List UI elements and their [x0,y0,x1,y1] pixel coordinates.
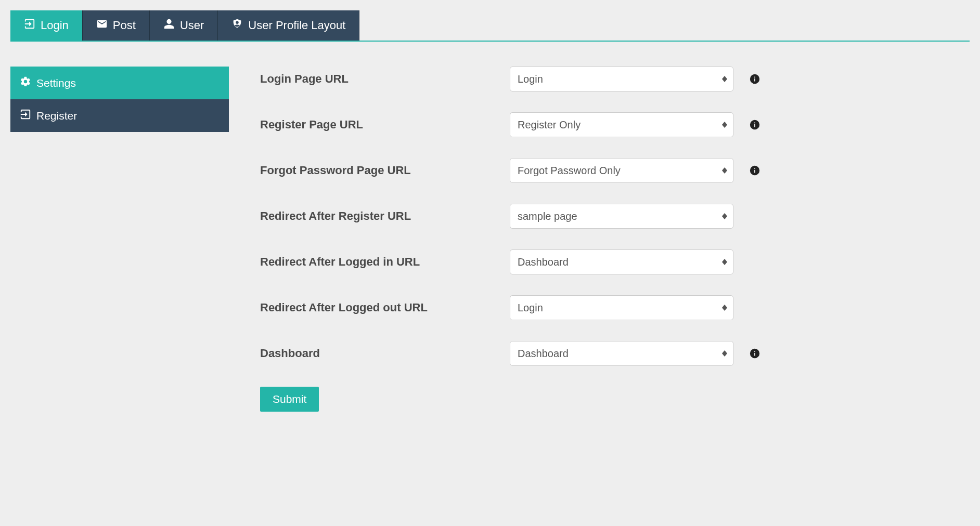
tab-label: User [180,19,204,32]
form-row-dashboard: Dashboard Dashboard [260,341,970,366]
sidebar-item-register[interactable]: Register [10,99,229,132]
tab-label: Post [113,19,136,32]
tab-label: Login [41,19,69,32]
top-tabs: Login Post User User Profile Layout [10,10,970,42]
redirect-after-logged-out-url-select[interactable]: Login [510,295,733,320]
settings-form: Login Page URL Login [260,67,970,412]
field-label: Forgot Password Page URL [260,164,510,177]
profile-layout-icon [231,18,243,33]
redirect-after-logged-in-url-select[interactable]: Dashboard [510,249,733,274]
field-label: Redirect After Logged out URL [260,301,510,314]
tab-label: User Profile Layout [248,19,345,32]
field-label: Login Page URL [260,72,510,86]
forgot-password-page-url-select[interactable]: Forgot Password Only [510,158,733,183]
envelope-icon [96,18,108,33]
field-label: Dashboard [260,347,510,360]
login-page-url-select[interactable]: Login [510,67,733,91]
redirect-after-register-url-select[interactable]: sample page [510,204,733,229]
user-icon [163,18,175,33]
submit-button[interactable]: Submit [260,387,319,412]
login-icon [24,18,35,33]
field-label: Register Page URL [260,118,510,132]
info-icon[interactable] [749,348,760,359]
sidebar-item-settings[interactable]: Settings [10,67,229,99]
form-row-redirect-after-register-url: Redirect After Register URL sample page [260,204,970,229]
field-label: Redirect After Logged in URL [260,255,510,269]
info-icon[interactable] [749,73,760,85]
field-label: Redirect After Register URL [260,209,510,223]
gears-icon [20,76,31,90]
tab-post[interactable]: Post [83,10,150,41]
tab-login[interactable]: Login [10,10,83,41]
form-row-forgot-password-page-url: Forgot Password Page URL Forgot Password… [260,158,970,183]
form-row-redirect-after-logged-out-url: Redirect After Logged out URL Login [260,295,970,320]
login-icon [20,109,31,123]
info-icon[interactable] [749,165,760,176]
register-page-url-select[interactable]: Register Only [510,112,733,137]
sidebar-item-label: Register [36,110,77,122]
dashboard-select[interactable]: Dashboard [510,341,733,366]
form-row-login-page-url: Login Page URL Login [260,67,970,91]
form-row-register-page-url: Register Page URL Register Only [260,112,970,137]
tab-user[interactable]: User [150,10,218,41]
side-nav: Settings Register [10,67,229,132]
tab-user-profile-layout[interactable]: User Profile Layout [218,10,359,41]
info-icon[interactable] [749,119,760,130]
form-row-redirect-after-logged-in-url: Redirect After Logged in URL Dashboard [260,249,970,274]
sidebar-item-label: Settings [36,77,76,89]
